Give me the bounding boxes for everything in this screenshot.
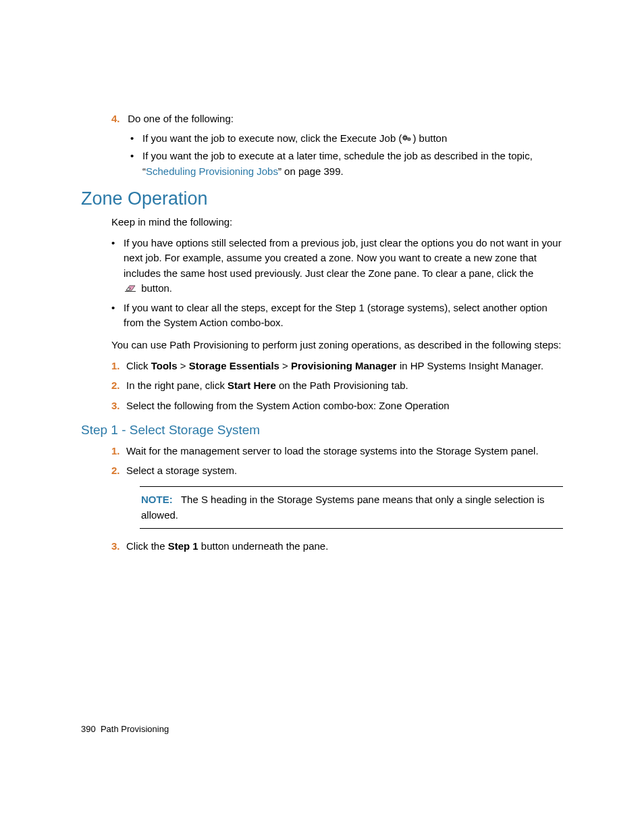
heading-zone-operation: Zone Operation (81, 188, 563, 209)
execute-job-icon (402, 132, 412, 142)
list-text: Click the Step 1 button underneath the p… (126, 538, 563, 554)
list-number: 2. (111, 377, 126, 393)
svg-line-9 (406, 139, 407, 140)
text: button underneath the pane. (198, 540, 329, 552)
svg-line-8 (404, 136, 404, 136)
text: Select the following from the System Act… (126, 400, 450, 411)
sub-bullet-list: • If you want the job to execute now, cl… (130, 131, 563, 180)
bullet-item: • If you want the job to execute now, cl… (130, 131, 563, 147)
list-number: 1. (111, 443, 126, 459)
list-text: In the right pane, click Start Here on t… (126, 377, 563, 393)
list-text: Select a storage system. (126, 463, 563, 478)
ordered-item-4: 4. Do one of the following: (111, 111, 563, 127)
bullet-item: • If you want the job to execute at a la… (130, 149, 563, 179)
bullet-text: If you want the job to execute now, clic… (142, 131, 563, 147)
text: In the right pane, click (126, 380, 227, 391)
text: Click (126, 360, 151, 371)
paragraph: You can use Path Provisioning to perform… (111, 338, 563, 353)
content-block: 4. Do one of the following: • If you wan… (111, 111, 563, 554)
list-text: Select the following from the System Act… (126, 398, 563, 413)
bold-text: Storage Essentials (189, 360, 279, 371)
list-text: Click Tools > Storage Essentials > Provi… (126, 358, 563, 373)
ordered-item: 3. Click the Step 1 button underneath th… (111, 538, 563, 554)
footer-title: Path Provisioning (101, 724, 169, 734)
bullet-marker: • (130, 131, 142, 147)
bullet-text: If you want to clear all the steps, exce… (124, 301, 563, 331)
svg-line-10 (404, 139, 404, 140)
bold-text: Provisioning Manager (291, 360, 397, 371)
bullet-marker: • (111, 236, 124, 296)
list-text: Wait for the management server to load t… (126, 443, 563, 459)
bullet-item: • If you have options still selected fro… (111, 236, 563, 296)
heading-step1: Step 1 - Select Storage System (81, 423, 563, 438)
text: Click the (126, 540, 168, 552)
link-scheduling-jobs[interactable]: Scheduling Provisioning Jobs (146, 165, 278, 177)
bold-text: Tools (151, 360, 178, 371)
bullet-marker: • (111, 301, 124, 331)
note-box: NOTE: The S heading in the Storage Syste… (140, 486, 563, 529)
text: on the Path Provisioning tab. (276, 380, 408, 391)
page-number: 390 (81, 724, 96, 734)
intro-paragraph: Keep in mind the following: (111, 215, 563, 230)
ordered-item: 1.Click Tools > Storage Essentials > Pro… (111, 358, 563, 373)
eraser-icon (124, 282, 137, 292)
svg-point-3 (409, 138, 410, 140)
svg-line-11 (406, 136, 407, 136)
ordered-item: 2.In the right pane, click Start Here on… (111, 377, 563, 393)
text: > (178, 360, 189, 371)
list-number: 4. (111, 111, 125, 127)
bullet-text: If you want the job to execute at a late… (142, 149, 563, 179)
note-text: The S heading in the Storage Systems pan… (141, 494, 545, 521)
list-number: 1. (111, 358, 126, 373)
text: in HP Systems Insight Manager. (397, 360, 543, 371)
bold-text: Step 1 (168, 540, 198, 552)
bullet-item: • If you want to clear all the steps, ex… (111, 301, 563, 331)
ordered-item: 3.Select the following from the System A… (111, 398, 563, 413)
bullet-text: If you have options still selected from … (124, 236, 563, 296)
ordered-item: 2.Select a storage system. (111, 463, 563, 478)
ordered-list-sub: 1.Wait for the management server to load… (111, 443, 563, 479)
list-number: 3. (111, 398, 126, 413)
bold-text: Start Here (227, 380, 276, 391)
svg-point-2 (404, 137, 406, 138)
bullet-marker: • (130, 149, 142, 179)
ordered-item: 1.Wait for the management server to load… (111, 443, 563, 459)
ordered-list-main: 1.Click Tools > Storage Essentials > Pro… (111, 358, 563, 413)
list-number: 3. (111, 538, 126, 554)
page-footer: 390 Path Provisioning (81, 724, 169, 734)
text: > (279, 360, 291, 371)
list-number: 2. (111, 463, 126, 478)
note-label: NOTE: (141, 494, 173, 505)
list-text: Do one of the following: (128, 113, 234, 124)
document-page: 4. Do one of the following: • If you wan… (0, 0, 644, 834)
